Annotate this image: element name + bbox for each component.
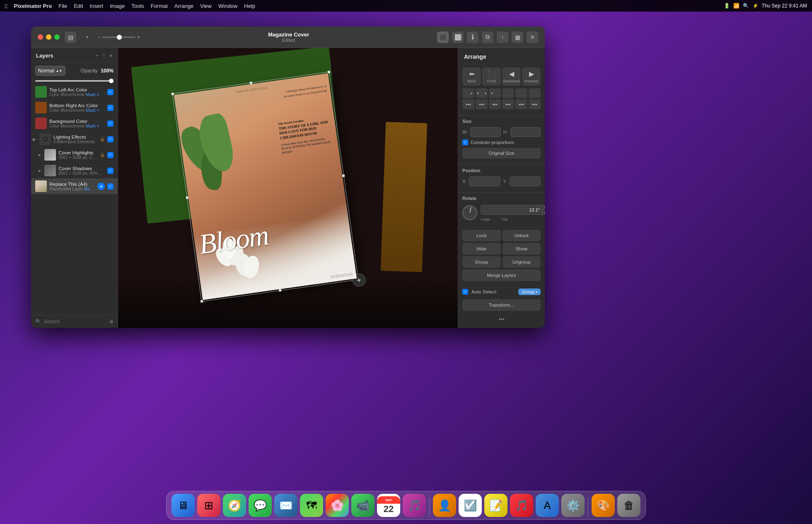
dock-safari[interactable]: 🧭 [223,494,246,517]
layer-item-background-color[interactable]: Background Color Color Monochrome Mask > [31,115,118,131]
layers-options-icon[interactable]: ⋮ [101,52,107,59]
dock-messages[interactable]: 💬 [249,494,272,517]
dock-trash[interactable]: 🗑 [617,494,640,517]
dock-mail[interactable]: ✉️ [274,494,297,517]
layer-item-lighting-effects[interactable]: ▶ ⬡ Lighting Effects 5 Alternative Eleme… [31,131,118,147]
align-right-button[interactable]: ▪⬛ [489,88,501,98]
angle-step-up[interactable]: ▲ [542,205,545,210]
x-input[interactable] [469,179,500,184]
menu-help[interactable]: Help [244,3,255,9]
menu-arrange[interactable]: Arrange [174,3,193,9]
layer-mask-background-color[interactable]: Mask > [86,124,99,128]
search-menubar-icon[interactable]: 🔍 [743,3,749,9]
layer-visibility-bottom-right-arc[interactable] [107,105,114,111]
dock-music[interactable]: 🎵 [510,494,533,517]
dock-appstore[interactable]: A [536,494,559,517]
distribute-center-h-button[interactable]: ▪▪▪ [476,99,488,109]
layer-visibility-replace-this[interactable] [107,183,114,190]
dock-music-app[interactable]: 🎵 [403,494,426,517]
distribute-center-v-button[interactable]: ▪▪▪ [515,99,527,109]
layer-visibility-lighting-effects[interactable] [107,136,114,142]
canvas-area[interactable]: + [118,48,458,328]
masks-button[interactable]: ⬜ [452,31,464,43]
layer-item-cover-shadows[interactable]: ▶ Cover Shadows 2501 × 3108 px, 40%... [31,163,118,178]
menu-view[interactable]: View [200,3,212,9]
back-button[interactable]: ⬅ Back [462,67,481,86]
dock-launchpad[interactable]: ⊞ [197,494,220,517]
zoom-minus-icon[interactable]: − [98,34,101,40]
layer-expand-shadows[interactable]: ▶ [39,169,41,173]
ungroup-button[interactable]: Ungroup [503,256,541,268]
menu-file[interactable]: File [58,3,67,9]
backward-button[interactable]: ◀ Backward [502,67,521,86]
menu-window[interactable]: Window [218,3,237,9]
layers-add-icon[interactable]: + [109,52,113,59]
dock-contacts[interactable]: 👤 [433,494,456,517]
forward-button[interactable]: ▶ Forward [522,67,541,86]
distribute-right-button[interactable]: ▪▪▪ [489,99,501,109]
layer-visibility-background-color[interactable] [107,120,114,127]
unlock-button[interactable]: Unlock [503,230,541,241]
layer-visibility-cover-highlights[interactable] [107,152,114,158]
sidebar-toggle-button[interactable]: ▤ [65,31,76,43]
angle-step-down[interactable]: ▼ [542,210,545,215]
info-button[interactable]: ℹ [467,31,479,43]
width-input[interactable] [471,130,500,135]
sidebar-chevron-button[interactable]: ▾ [81,31,93,43]
layer-visibility-top-left-arc[interactable] [107,89,114,95]
distribute-left-button[interactable]: ▪▪▪ [462,99,474,109]
layer-mask-replace-this[interactable]: Mask > [84,187,95,191]
zoom-slider[interactable]: − + [98,34,140,40]
rotate-dial[interactable] [462,205,477,220]
dock-mosaic[interactable]: 🎨 [592,494,615,517]
layers-search-add-icon[interactable]: ⊕ [109,319,114,324]
dock-maps[interactable]: 🗺 [300,494,323,517]
align-top-button[interactable]: ⬛ [502,88,514,98]
dock-systemprefs[interactable]: ⚙️ [561,494,585,517]
opacity-slider[interactable] [31,79,118,82]
layer-item-top-left-arc[interactable]: Top Left Arc Color Color Monochrome Mask… [31,84,118,100]
align-center-h-button[interactable]: ▪⬛▪ [476,88,488,98]
layer-item-cover-highlights[interactable]: ▶ Cover Highlights 2501 × 3108 px, Color… [31,147,118,163]
menu-tools[interactable]: Tools [131,3,144,9]
height-input[interactable] [511,130,541,135]
group-button[interactable]: Group [462,256,501,268]
layers-panel-toggle[interactable]: ⬛ [437,31,449,43]
distribute-bottom-button[interactable]: ▪▪▪ [529,99,541,109]
dock-reminders[interactable]: ☑️ [459,494,482,517]
pixel-art-button[interactable]: ⊞ [527,31,538,43]
copy-button[interactable]: ⧉ [482,31,493,43]
menu-format[interactable]: Format [151,3,168,9]
menu-insert[interactable]: Insert [90,3,104,9]
angle-input[interactable] [481,207,541,212]
layer-add-btn-replace-this[interactable]: + [97,183,105,190]
lock-button[interactable]: Lock [462,230,501,241]
minimize-button[interactable] [46,34,51,40]
blend-mode-select[interactable]: Normal ▲▼ [35,66,65,76]
notification-icon[interactable]: ⚡ [752,3,759,9]
dock-calendar[interactable]: SEP 22 [377,494,400,517]
menu-edit[interactable]: Edit [74,3,83,9]
dock-facetime[interactable]: 📹 [351,494,375,517]
layer-mask-top-left-arc[interactable]: Mask > [86,92,99,97]
align-center-v-button[interactable]: ⬛ [515,88,527,98]
dock-finder[interactable]: 🖥 [172,494,195,517]
zoom-plus-icon[interactable]: + [137,34,140,40]
auto-select-dropdown[interactable]: Group ▾ [518,288,541,295]
layer-group-arrow-lighting[interactable]: ▶ [33,137,36,142]
share-button[interactable]: ↑ [497,31,508,43]
arrange-panel-toggle[interactable]: ▦ [512,31,523,43]
auto-select-checkbox[interactable] [462,289,468,295]
close-button[interactable] [38,34,43,40]
dock-notes[interactable]: 📝 [484,494,508,517]
show-button[interactable]: Show [503,243,541,255]
constrain-checkbox[interactable] [462,139,468,145]
app-menu-pixelmator[interactable]: Pixelmator Pro [14,3,52,9]
apple-menu[interactable]:  [5,2,7,10]
layers-minus-icon[interactable]: − [95,52,99,59]
align-bottom-button[interactable]: ⬛ [529,88,541,98]
hide-button[interactable]: Hide [462,243,501,255]
menu-image[interactable]: Image [110,3,125,9]
front-button[interactable]: ⬛ Front [482,67,501,86]
layer-expand-highlights[interactable]: ▶ [39,153,41,157]
